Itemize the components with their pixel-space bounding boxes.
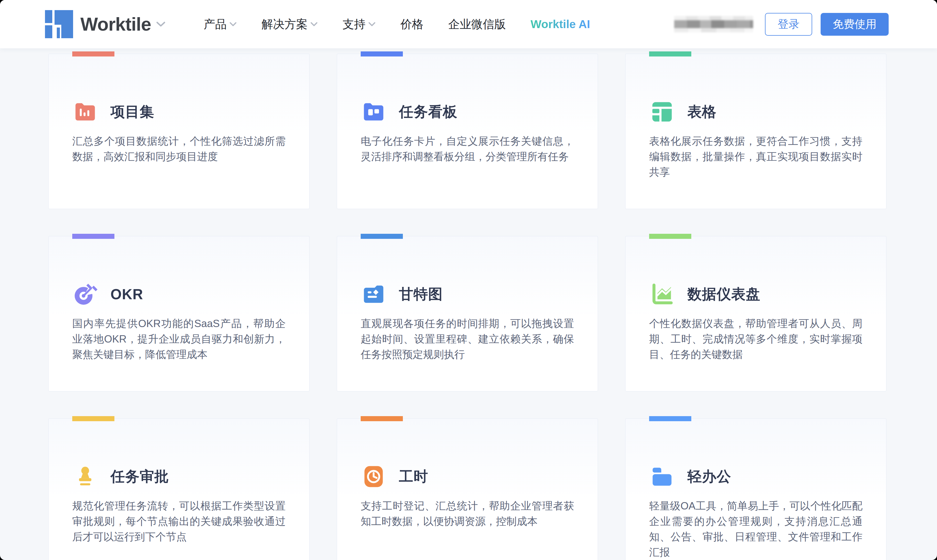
card-description: 表格化展示任务数据，更符合工作习惯，支持编辑数据，批量操作，真正实现项目数据实时… xyxy=(649,134,863,180)
worktile-logo-icon xyxy=(45,10,73,38)
worktile-landing-page: Worktile 产品 解决方案 支持 价格 企业微信版 xyxy=(0,0,937,560)
open-folder-icon xyxy=(649,464,675,489)
nav-item-pricing[interactable]: 价格 xyxy=(400,17,423,32)
card-accent-bar xyxy=(72,51,114,57)
feature-card-table[interactable]: 表格 表格化展示任务数据，更符合工作习惯，支持编辑数据，批量操作，真正实现项目数… xyxy=(625,54,886,209)
nav-label: 价格 xyxy=(400,17,423,32)
card-header: 任务审批 xyxy=(72,464,286,489)
nav-item-support[interactable]: 支持 xyxy=(342,17,376,32)
card-accent-bar xyxy=(72,234,114,239)
card-title: 任务看板 xyxy=(399,102,458,122)
card-title: 甘特图 xyxy=(399,285,443,304)
card-description: 电子化任务卡片，自定义展示任务关键信息，灵活排序和调整看板分组，分类管理所有任务 xyxy=(361,134,574,165)
folder-gantt-icon xyxy=(361,281,387,307)
card-description: 支持工时登记、汇总统计，帮助企业管理者获知工时数据，以便协调资源，控制成本 xyxy=(361,498,574,529)
card-header: 甘特图 xyxy=(361,281,574,307)
feature-card-light-office[interactable]: 轻办公 轻量级OA工具，简单易上手，可以个性化匹配企业需要的办公管理规则，支持消… xyxy=(625,418,886,560)
card-title: 轻办公 xyxy=(687,467,731,486)
stamp-icon xyxy=(72,464,98,489)
feature-card-dashboard[interactable]: 数据仪表盘 个性化数据仪表盘，帮助管理者可从人员、周期、工时、完成情况等多个维度… xyxy=(625,236,886,391)
feature-card-gantt[interactable]: 甘特图 直观展现各项任务的时间排期，可以拖拽设置起始时间、设置里程碑、建立依赖关… xyxy=(337,236,598,391)
card-description: 国内率先提供OKR功能的SaaS产品，帮助企业落地OKR，提升企业成员自驱力和创… xyxy=(72,316,286,362)
feature-card-kanban[interactable]: 任务看板 电子化任务卡片，自定义展示任务关键信息，灵活排序和调整看板分组，分类管… xyxy=(337,54,598,209)
card-description: 规范化管理任务流转，可以根据工作类型设置审批规则，每个节点输出的关键成果验收通过… xyxy=(72,498,286,545)
clock-icon xyxy=(361,464,387,489)
card-description: 轻量级OA工具，简单易上手，可以个性化匹配企业需要的办公管理规则，支持消息汇总通… xyxy=(649,498,863,560)
nav-item-products[interactable]: 产品 xyxy=(203,17,237,32)
card-accent-bar xyxy=(649,234,691,239)
card-title: 表格 xyxy=(687,102,717,122)
nav-label: 企业微信版 xyxy=(448,17,506,32)
card-header: 轻办公 xyxy=(649,464,863,489)
feature-card-okr[interactable]: OKR 国内率先提供OKR功能的SaaS产品，帮助企业落地OKR，提升企业成员自… xyxy=(48,236,310,391)
card-description: 个性化数据仪表盘，帮助管理者可从人员、周期、工时、完成情况等多个维度，实时掌握项… xyxy=(649,316,863,362)
card-description: 直观展现各项任务的时间排期，可以拖拽设置起始时间、设置里程碑、建立依赖关系，确保… xyxy=(361,316,574,362)
nav-label: 产品 xyxy=(203,17,227,32)
card-accent-bar xyxy=(361,234,403,239)
chevron-down-icon xyxy=(368,22,376,26)
card-title: 数据仪表盘 xyxy=(687,285,760,304)
top-navigation-bar: Worktile 产品 解决方案 支持 价格 企业微信版 xyxy=(0,0,937,48)
main-nav: 产品 解决方案 支持 价格 企业微信版 Worktile AI xyxy=(203,17,590,32)
nav-label: 支持 xyxy=(342,17,365,32)
card-header: 表格 xyxy=(649,99,863,125)
nav-item-solutions[interactable]: 解决方案 xyxy=(262,17,317,32)
card-accent-bar xyxy=(72,416,114,421)
card-header: 工时 xyxy=(361,464,574,489)
chevron-down-icon xyxy=(230,22,237,26)
card-header: 项目集 xyxy=(72,99,286,125)
area-chart-icon xyxy=(649,281,675,307)
nav-item-worktile-ai[interactable]: Worktile AI xyxy=(530,18,590,31)
card-title: 工时 xyxy=(399,467,428,486)
feature-card-portfolio[interactable]: 项目集 汇总多个项目数据统计，个性化筛选过滤所需数据，高效汇报和同步项目进度 xyxy=(48,54,310,209)
card-header: 数据仪表盘 xyxy=(649,281,863,307)
folder-kanban-icon xyxy=(361,99,387,125)
table-grid-icon xyxy=(649,99,675,125)
worktile-wordmark: Worktile xyxy=(80,14,151,35)
chevron-down-icon xyxy=(156,22,166,27)
feature-card-approval[interactable]: 任务审批 规范化管理任务流转，可以根据工作类型设置审批规则，每个节点输出的关键成… xyxy=(48,418,310,560)
feature-grid-section: 项目集 汇总多个项目数据统计，个性化筛选过滤所需数据，高效汇报和同步项目进度 任… xyxy=(48,48,886,560)
feature-card-timesheet[interactable]: 工时 支持工时登记、汇总统计，帮助企业管理者获知工时数据，以便协调资源，控制成本 xyxy=(337,418,598,560)
card-description: 汇总多个项目数据统计，个性化筛选过滤所需数据，高效汇报和同步项目进度 xyxy=(72,134,286,165)
card-accent-bar xyxy=(361,416,403,421)
free-trial-button[interactable]: 免费使用 xyxy=(821,13,889,36)
blurred-contact-info xyxy=(674,16,753,32)
login-button[interactable]: 登录 xyxy=(765,13,812,36)
nav-label: Worktile AI xyxy=(530,18,590,31)
folder-barchart-icon xyxy=(72,99,98,125)
card-header: OKR xyxy=(72,281,286,307)
card-title: OKR xyxy=(111,286,143,303)
card-accent-bar xyxy=(649,416,691,421)
chevron-down-icon xyxy=(310,22,317,26)
worktile-logo[interactable]: Worktile xyxy=(45,10,166,38)
feature-grid: 项目集 汇总多个项目数据统计，个性化筛选过滤所需数据，高效汇报和同步项目进度 任… xyxy=(48,54,886,560)
card-title: 任务审批 xyxy=(111,467,169,486)
card-title: 项目集 xyxy=(111,102,154,122)
nav-item-wechat-work[interactable]: 企业微信版 xyxy=(448,17,506,32)
target-dart-icon xyxy=(72,281,98,307)
card-accent-bar xyxy=(361,51,403,57)
nav-label: 解决方案 xyxy=(262,17,308,32)
card-header: 任务看板 xyxy=(361,99,574,125)
card-accent-bar xyxy=(649,51,691,57)
